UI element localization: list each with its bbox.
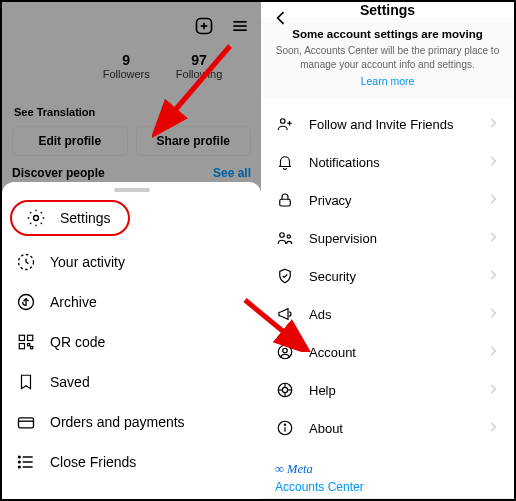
help-icon bbox=[275, 380, 295, 400]
menu-archive[interactable]: Archive bbox=[2, 282, 261, 322]
qrcode-icon bbox=[16, 332, 36, 352]
item-about[interactable]: About bbox=[261, 409, 514, 447]
item-label: Ads bbox=[309, 307, 331, 322]
lock-icon bbox=[275, 190, 295, 210]
sheet-handle[interactable] bbox=[2, 182, 261, 194]
megaphone-icon bbox=[275, 304, 295, 324]
item-account[interactable]: Account bbox=[261, 333, 514, 371]
item-label: Supervision bbox=[309, 231, 377, 246]
bell-icon bbox=[275, 152, 295, 172]
svg-point-23 bbox=[281, 119, 286, 124]
item-label: Privacy bbox=[309, 193, 352, 208]
back-button[interactable] bbox=[271, 8, 291, 32]
profile-area: 9 Followers 97 Following See Translation… bbox=[2, 2, 261, 192]
menu-label: Close Friends bbox=[50, 454, 136, 470]
chevron-right-icon bbox=[486, 192, 500, 209]
svg-rect-12 bbox=[28, 344, 30, 346]
chevron-right-icon bbox=[486, 116, 500, 133]
menu-label: Archive bbox=[50, 294, 97, 310]
family-icon bbox=[275, 228, 295, 248]
item-notifications[interactable]: Notifications bbox=[261, 143, 514, 181]
item-label: About bbox=[309, 421, 343, 436]
banner: Some account settings are moving Soon, A… bbox=[261, 18, 514, 99]
user-plus-icon bbox=[275, 114, 295, 134]
info-icon bbox=[275, 418, 295, 438]
svg-point-28 bbox=[287, 235, 290, 238]
meta-logo: ∞ Meta bbox=[275, 462, 313, 476]
item-label: Follow and Invite Friends bbox=[309, 117, 454, 132]
ticket-icon bbox=[16, 412, 36, 432]
profile-menu: Settings Your activity Archive QR code bbox=[2, 194, 261, 499]
svg-rect-11 bbox=[19, 344, 24, 349]
svg-rect-9 bbox=[19, 335, 24, 340]
item-label: Notifications bbox=[309, 155, 380, 170]
banner-title: Some account settings are moving bbox=[275, 28, 500, 40]
list-icon bbox=[16, 452, 36, 472]
shield-icon bbox=[275, 266, 295, 286]
svg-point-21 bbox=[19, 466, 21, 468]
settings-list: Follow and Invite Friends Notifications … bbox=[261, 99, 514, 453]
item-follow-invite[interactable]: Follow and Invite Friends bbox=[261, 105, 514, 143]
banner-desc: Soon, Accounts Center will be the primar… bbox=[275, 44, 500, 71]
bookmark-icon bbox=[16, 372, 36, 392]
svg-rect-10 bbox=[28, 335, 33, 340]
menu-label: Saved bbox=[50, 374, 90, 390]
svg-point-6 bbox=[34, 216, 39, 221]
chevron-right-icon bbox=[486, 154, 500, 171]
menu-close-friends[interactable]: Close Friends bbox=[2, 442, 261, 482]
gear-icon bbox=[26, 208, 46, 228]
svg-point-30 bbox=[283, 348, 288, 353]
menu-qrcode[interactable]: QR code bbox=[2, 322, 261, 362]
account-icon bbox=[275, 342, 295, 362]
settings-header: Settings bbox=[261, 2, 514, 18]
svg-rect-26 bbox=[280, 199, 291, 206]
svg-point-27 bbox=[280, 233, 285, 238]
item-help[interactable]: Help bbox=[261, 371, 514, 409]
svg-point-32 bbox=[282, 387, 287, 392]
chevron-right-icon bbox=[486, 230, 500, 247]
item-security[interactable]: Security bbox=[261, 257, 514, 295]
menu-orders[interactable]: Orders and payments bbox=[2, 402, 261, 442]
svg-point-19 bbox=[19, 456, 21, 458]
item-label: Help bbox=[309, 383, 336, 398]
menu-activity[interactable]: Your activity bbox=[2, 242, 261, 282]
menu-saved[interactable]: Saved bbox=[2, 362, 261, 402]
chevron-right-icon bbox=[486, 382, 500, 399]
menu-label: Settings bbox=[60, 210, 111, 226]
menu-label: Orders and payments bbox=[50, 414, 185, 430]
page-title: Settings bbox=[360, 2, 415, 18]
meta-block: ∞ Meta Accounts Center bbox=[261, 453, 514, 498]
dim-overlay bbox=[2, 2, 261, 192]
menu-label: Your activity bbox=[50, 254, 125, 270]
learn-more-link[interactable]: Learn more bbox=[361, 75, 415, 87]
menu-label: QR code bbox=[50, 334, 105, 350]
item-label: Account bbox=[309, 345, 356, 360]
chevron-right-icon bbox=[486, 344, 500, 361]
svg-point-20 bbox=[19, 461, 21, 463]
menu-settings[interactable]: Settings bbox=[10, 200, 130, 236]
svg-point-39 bbox=[284, 424, 285, 425]
item-ads[interactable]: Ads bbox=[261, 295, 514, 333]
item-supervision[interactable]: Supervision bbox=[261, 219, 514, 257]
accounts-center-link[interactable]: Accounts Center bbox=[275, 480, 500, 494]
chevron-right-icon bbox=[486, 306, 500, 323]
svg-rect-13 bbox=[31, 347, 33, 349]
chevron-right-icon bbox=[486, 268, 500, 285]
svg-rect-14 bbox=[19, 418, 34, 428]
item-privacy[interactable]: Privacy bbox=[261, 181, 514, 219]
chevron-right-icon bbox=[486, 420, 500, 437]
activity-icon bbox=[16, 252, 36, 272]
archive-icon bbox=[16, 292, 36, 312]
item-label: Security bbox=[309, 269, 356, 284]
